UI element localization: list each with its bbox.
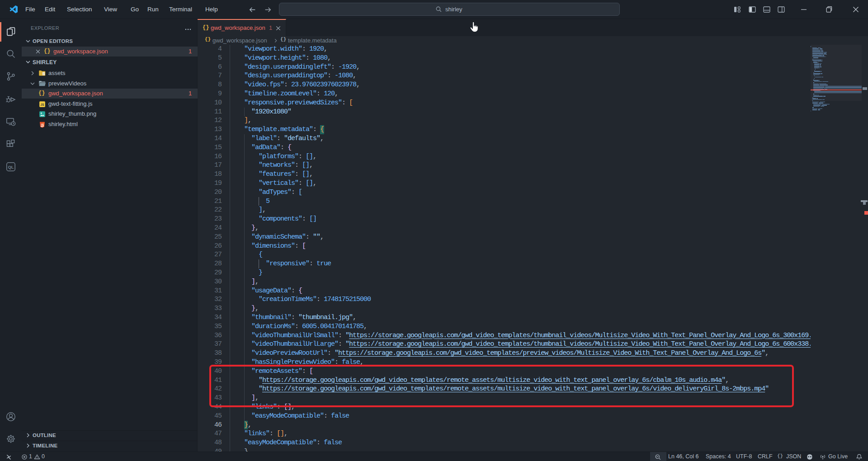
svg-text:QL: QL bbox=[8, 165, 14, 169]
svg-text:JS: JS bbox=[41, 103, 44, 106]
